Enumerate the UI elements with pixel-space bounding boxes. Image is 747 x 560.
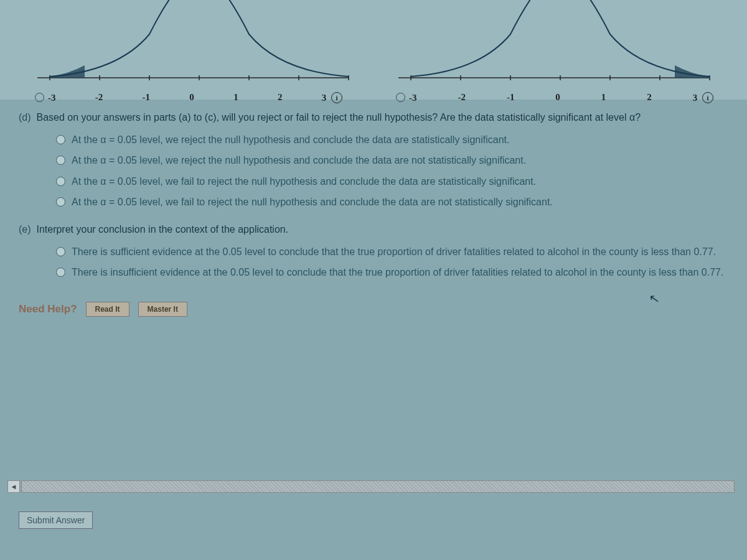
master-it-button[interactable]: Master It <box>138 302 187 317</box>
option-text: At the α = 0.05 level, we fail to reject… <box>72 174 728 190</box>
option-text: At the α = 0.05 level, we reject the nul… <box>72 152 728 169</box>
question-e: (e) Interpret your conclusion in the con… <box>0 219 747 289</box>
question-e-label: (e) <box>19 224 31 235</box>
radio-icon[interactable] <box>56 247 65 256</box>
normal-curve-svg-right <box>386 0 722 93</box>
scroll-track[interactable] <box>21 480 735 493</box>
tick-label: -1 <box>143 92 151 103</box>
option-d-2[interactable]: At the α = 0.05 level, we reject the nul… <box>19 150 728 171</box>
radio-icon[interactable] <box>56 177 65 186</box>
tick-label: -3 <box>409 93 417 103</box>
info-icon[interactable]: i <box>331 92 342 103</box>
tick-label: 3 <box>693 93 698 103</box>
info-icon[interactable]: i <box>702 92 713 103</box>
option-d-4[interactable]: At the α = 0.05 level, we fail to reject… <box>19 192 728 213</box>
option-text: At the α = 0.05 level, we reject the nul… <box>72 132 728 148</box>
tick-label: 0 <box>555 92 560 103</box>
tick-label: 2 <box>278 92 283 103</box>
question-e-prompt: Interpret your conclusion in the context… <box>36 224 288 235</box>
tick-label: -1 <box>507 92 515 103</box>
option-text: There is sufficient evidence at the 0.05… <box>72 244 728 260</box>
charts-row: -3 -2 -1 0 1 2 3 i <box>0 0 747 100</box>
tick-label: 0 <box>189 92 194 103</box>
radio-icon[interactable] <box>56 135 65 144</box>
question-d-label: (d) <box>19 112 31 123</box>
normal-curve-svg-left <box>25 0 361 93</box>
read-it-button[interactable]: Read It <box>86 302 129 317</box>
option-e-1[interactable]: There is sufficient evidence at the 0.05… <box>19 241 728 263</box>
tick-label: 1 <box>601 92 606 103</box>
chart-right-radio[interactable] <box>396 93 405 102</box>
normal-curve-left[interactable]: -3 -2 -1 0 1 2 3 i <box>25 0 361 93</box>
option-d-3[interactable]: At the α = 0.05 level, we fail to reject… <box>19 171 728 192</box>
radio-icon[interactable] <box>56 156 65 165</box>
help-row: Need Help? Read It Master It <box>0 289 747 335</box>
tick-label: -2 <box>458 92 466 103</box>
tick-label: 1 <box>233 92 238 103</box>
option-e-2[interactable]: There is insufficient evidence at the 0.… <box>19 262 728 283</box>
radio-icon[interactable] <box>56 268 65 277</box>
need-help-label: Need Help? <box>19 303 77 315</box>
tick-label: -3 <box>48 93 56 103</box>
question-d: (d) Based on your answers in parts (a) t… <box>0 100 747 219</box>
option-text: At the α = 0.05 level, we fail to reject… <box>72 194 728 210</box>
submit-answer-button[interactable]: Submit Answer <box>19 511 93 529</box>
tick-label: 3 <box>322 93 327 103</box>
screen: -3 -2 -1 0 1 2 3 i <box>0 0 747 560</box>
option-text: There is insufficient evidence at the 0.… <box>72 264 728 281</box>
chart-left-radio[interactable] <box>35 93 44 102</box>
normal-curve-right[interactable]: -3 -2 -1 0 1 2 3 i <box>386 0 722 93</box>
question-d-prompt: Based on your answers in parts (a) to (c… <box>36 112 641 123</box>
tick-label: 2 <box>647 92 652 103</box>
radio-icon[interactable] <box>56 197 65 207</box>
scroll-left-button[interactable]: ◄ <box>7 480 20 493</box>
tick-label: -2 <box>95 92 103 103</box>
option-d-1[interactable]: At the α = 0.05 level, we reject the nul… <box>19 129 728 151</box>
